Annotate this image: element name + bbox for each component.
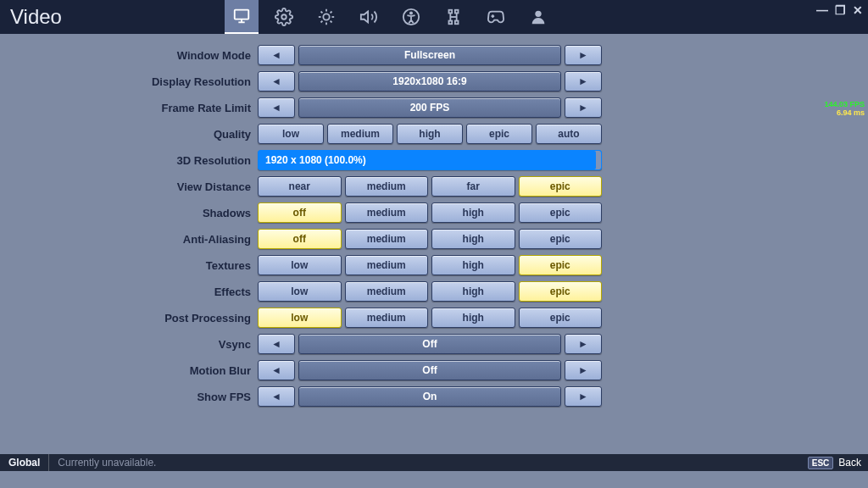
svg-line-9 — [320, 11, 322, 13]
show_fps-next-button[interactable]: ► — [565, 386, 602, 407]
frametime-value: 6.94 ms — [824, 108, 865, 117]
textures-option-epic[interactable]: epic — [519, 255, 603, 275]
row-display_resolution: Display Resolution◄1920x1080 16:9► — [102, 70, 602, 92]
display_resolution-next-button[interactable]: ► — [565, 71, 602, 92]
tab-audio[interactable] — [352, 0, 386, 34]
tab-settings[interactable] — [267, 0, 301, 34]
svg-point-4 — [323, 14, 329, 19]
tab-controller[interactable] — [479, 0, 513, 34]
anti_aliasing-option-epic[interactable]: epic — [519, 229, 603, 249]
anti_aliasing-option-off[interactable]: off — [258, 229, 342, 249]
quality-option-epic[interactable]: epic — [466, 124, 532, 144]
effects-option-epic[interactable]: epic — [519, 281, 603, 302]
label-anti_aliasing: Anti-Aliasing — [102, 233, 258, 246]
textures-option-medium[interactable]: medium — [345, 255, 429, 275]
frame_rate_limit-next-button[interactable]: ► — [565, 97, 602, 118]
quality-option-medium[interactable]: medium — [327, 124, 393, 144]
back-label: Back — [838, 457, 861, 469]
chevron-right-icon: ► — [578, 49, 588, 61]
window_mode-prev-button[interactable]: ◄ — [258, 45, 295, 65]
chevron-right-icon: ► — [578, 364, 588, 376]
view_distance-option-medium[interactable]: medium — [345, 176, 429, 197]
label-vsync: Vsync — [102, 338, 258, 351]
row-post_processing: Post Processinglowmediumhighepic — [102, 307, 602, 329]
svg-rect-17 — [455, 10, 459, 14]
textures-option-high[interactable]: high — [431, 255, 515, 275]
footer-status: Currently unavailable. — [49, 457, 164, 469]
tab-brightness[interactable] — [309, 0, 343, 34]
window_mode-value: Fullscreen — [298, 45, 561, 65]
shadows-option-epic[interactable]: epic — [519, 202, 603, 223]
chevron-right-icon: ► — [578, 102, 588, 114]
anti_aliasing-option-medium[interactable]: medium — [345, 229, 429, 249]
motion_blur-prev-button[interactable]: ◄ — [258, 360, 295, 380]
textures-option-low[interactable]: low — [258, 255, 342, 275]
shadows-option-high[interactable]: high — [431, 202, 515, 223]
view_distance-option-epic[interactable]: epic — [519, 176, 603, 197]
svg-line-12 — [331, 11, 332, 13]
tab-input[interactable] — [437, 0, 470, 34]
row-textures: Textureslowmediumhighepic — [102, 254, 602, 276]
chevron-right-icon: ► — [578, 75, 588, 87]
row-quality: Qualitylowmediumhighepicauto — [102, 123, 602, 145]
quality-option-low[interactable]: low — [258, 124, 324, 144]
row-view_distance: View Distancenearmediumfarepic — [102, 175, 602, 197]
show_fps-prev-button[interactable]: ◄ — [258, 386, 295, 407]
display_resolution-prev-button[interactable]: ◄ — [258, 71, 295, 92]
label-display_resolution: Display Resolution — [102, 75, 258, 88]
motion_blur-next-button[interactable]: ► — [565, 360, 602, 380]
header-bar: Video — ❐ ✕ — [0, 0, 868, 34]
window-minimize-button[interactable]: — — [816, 3, 828, 17]
tab-account[interactable] — [521, 0, 555, 34]
row-show_fps: Show FPS◄On► — [102, 385, 602, 408]
svg-rect-0 — [235, 10, 249, 19]
quality-option-auto[interactable]: auto — [536, 124, 602, 144]
row-res_3d: 3D Resolution1920 x 1080 (100.0%) — [102, 149, 602, 171]
row-motion_blur: Motion Blur◄Off► — [102, 359, 602, 381]
post_processing-option-epic[interactable]: epic — [519, 308, 603, 328]
quality-option-high[interactable]: high — [397, 124, 463, 144]
effects-option-medium[interactable]: medium — [345, 281, 429, 302]
svg-marker-13 — [361, 12, 368, 23]
brightness-icon — [317, 8, 336, 26]
settings-stage: Window Mode◄Fullscreen►Display Resolutio… — [0, 34, 868, 471]
motion_blur-value: Off — [298, 360, 561, 380]
label-show_fps: Show FPS — [102, 391, 258, 403]
chevron-left-icon: ◄ — [271, 338, 281, 350]
tab-display[interactable] — [225, 0, 259, 34]
window-restore-button[interactable]: ❐ — [835, 3, 846, 17]
post_processing-option-low[interactable]: low — [258, 308, 342, 328]
row-window_mode: Window Mode◄Fullscreen► — [102, 44, 602, 66]
chevron-left-icon: ◄ — [271, 49, 281, 61]
svg-line-10 — [331, 21, 332, 23]
window-close-button[interactable]: ✕ — [853, 3, 863, 17]
window-controls: — ❐ ✕ — [816, 3, 863, 17]
back-key-badge: ESC — [808, 457, 834, 469]
svg-point-15 — [410, 12, 412, 14]
label-post_processing: Post Processing — [102, 312, 258, 324]
vsync-next-button[interactable]: ► — [565, 334, 602, 354]
res_3d-slider[interactable]: 1920 x 1080 (100.0%) — [258, 150, 602, 170]
label-shadows: Shadows — [102, 207, 258, 219]
post_processing-option-medium[interactable]: medium — [345, 308, 429, 328]
post_processing-option-high[interactable]: high — [431, 308, 515, 328]
view_distance-option-far[interactable]: far — [431, 176, 515, 197]
chevron-left-icon: ◄ — [271, 75, 281, 87]
footer-scope[interactable]: Global — [0, 454, 49, 471]
row-frame_rate_limit: Frame Rate Limit◄200 FPS► — [102, 97, 602, 119]
chevron-right-icon: ► — [578, 338, 588, 350]
chevron-left-icon: ◄ — [271, 391, 281, 402]
anti_aliasing-option-high[interactable]: high — [431, 229, 515, 249]
window_mode-next-button[interactable]: ► — [565, 45, 602, 65]
label-frame_rate_limit: Frame Rate Limit — [102, 102, 258, 114]
vsync-prev-button[interactable]: ◄ — [258, 334, 295, 354]
frame_rate_limit-prev-button[interactable]: ◄ — [258, 97, 295, 118]
shadows-option-off[interactable]: off — [258, 202, 342, 223]
back-button[interactable]: ESC Back — [808, 457, 868, 469]
effects-option-low[interactable]: low — [258, 281, 342, 302]
tab-accessibility[interactable] — [394, 0, 428, 34]
view_distance-option-near[interactable]: near — [258, 176, 342, 197]
display-icon — [232, 7, 251, 25]
effects-option-high[interactable]: high — [431, 281, 515, 302]
shadows-option-medium[interactable]: medium — [345, 202, 429, 223]
